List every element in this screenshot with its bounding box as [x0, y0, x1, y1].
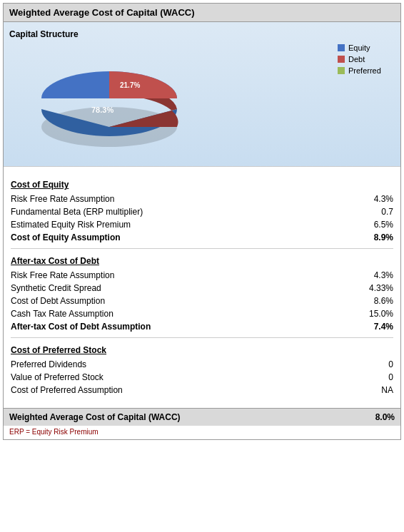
after-tax-cost-header: After-tax Cost of Debt — [11, 256, 393, 266]
section-divider — [11, 248, 393, 249]
row-label: Estimated Equity Risk Premium — [11, 220, 358, 230]
preferred-label: Preferred — [348, 66, 381, 75]
row-value: 4.3% — [358, 270, 393, 280]
table-row: Fundamental Beta (ERP multiplier) 0.7 — [11, 205, 393, 218]
row-label: Cost of Equity Assumption — [11, 232, 358, 242]
table-row-bold: After-tax Cost of Debt Assumption 7.4% — [11, 320, 393, 333]
row-value: NA — [358, 385, 393, 395]
row-label: Risk Free Rate Assumption — [11, 270, 358, 280]
equity-color-box — [338, 44, 345, 51]
debt-color-box — [338, 56, 345, 63]
wacc-container: Weighted Average Cost of Capital (WACC) … — [3, 3, 401, 440]
value-of-preferred-row: Value of Preferred Stock 0 — [11, 371, 393, 384]
chart-legend: Equity Debt Preferred — [338, 44, 395, 75]
row-label: After-tax Cost of Debt Assumption — [11, 322, 358, 332]
footer-bar: Weighted Average Cost of Capital (WACC) … — [4, 408, 400, 426]
table-row: Estimated Equity Risk Premium 6.5% — [11, 218, 393, 231]
table-row: Risk Free Rate Assumption 4.3% — [11, 269, 393, 282]
table-row-bold: Cost of Equity Assumption 8.9% — [11, 231, 393, 244]
section-divider — [11, 337, 393, 338]
table-row: Synthetic Credit Spread 4.33% — [11, 282, 393, 295]
row-label: Risk Free Rate Assumption — [11, 194, 358, 204]
header-title: Weighted Average Cost of Capital (WACC) — [9, 7, 195, 18]
preferred-color-box — [338, 67, 345, 74]
row-value: 15.0% — [358, 309, 393, 319]
equity-label: Equity — [348, 44, 370, 52]
debt-label: Debt — [348, 55, 365, 63]
row-value: 0 — [358, 372, 393, 382]
table-row: Preferred Dividends 0 — [11, 358, 393, 371]
legend-equity: Equity — [338, 44, 395, 52]
main-header: Weighted Average Cost of Capital (WACC) — [4, 4, 400, 22]
row-label: Cost of Debt Assumption — [11, 296, 358, 306]
row-value: 0 — [358, 359, 393, 369]
cost-of-equity-header: Cost of Equity — [11, 180, 393, 190]
chart-left: Capital Structure — [9, 29, 330, 159]
row-value: 8.6% — [358, 296, 393, 306]
row-value: 4.3% — [358, 194, 393, 204]
pie-chart: 78.3% 21.7% — [24, 45, 209, 159]
row-value: 6.5% — [358, 220, 393, 230]
row-label: Preferred Dividends — [11, 359, 358, 369]
table-row: Risk Free Rate Assumption 4.3% — [11, 193, 393, 205]
row-label: Cash Tax Rate Assumption — [11, 309, 358, 319]
footer-label: Weighted Average Cost of Capital (WACC) — [9, 412, 181, 422]
row-label: Fundamental Beta (ERP multiplier) — [11, 207, 358, 217]
row-value: 8.9% — [358, 232, 393, 242]
legend-debt: Debt — [338, 55, 395, 63]
cash-tax-rate-row: Cash Tax Rate Assumption 15.0% — [11, 307, 393, 320]
row-label: Synthetic Credit Spread — [11, 283, 358, 293]
chart-title: Capital Structure — [9, 29, 330, 39]
cost-of-preferred-header: Cost of Preferred Stock — [11, 345, 393, 355]
legend-preferred: Preferred — [338, 66, 395, 75]
data-section: Cost of Equity Risk Free Rate Assumption… — [4, 167, 400, 402]
row-label: Value of Preferred Stock — [11, 372, 358, 382]
table-row: Cost of Preferred Assumption NA — [11, 384, 393, 397]
chart-section: Capital Structure — [4, 22, 400, 167]
footer-value: 8.0% — [375, 412, 395, 422]
row-label: Cost of Preferred Assumption — [11, 385, 358, 395]
svg-text:21.7%: 21.7% — [120, 81, 140, 89]
table-row: Cost of Debt Assumption 8.6% — [11, 295, 393, 307]
row-value: 0.7 — [358, 207, 393, 217]
svg-text:78.3%: 78.3% — [91, 106, 113, 114]
erp-note: ERP = Equity Risk Premium — [4, 426, 400, 439]
row-value: 4.33% — [358, 283, 393, 293]
row-value: 7.4% — [358, 322, 393, 332]
